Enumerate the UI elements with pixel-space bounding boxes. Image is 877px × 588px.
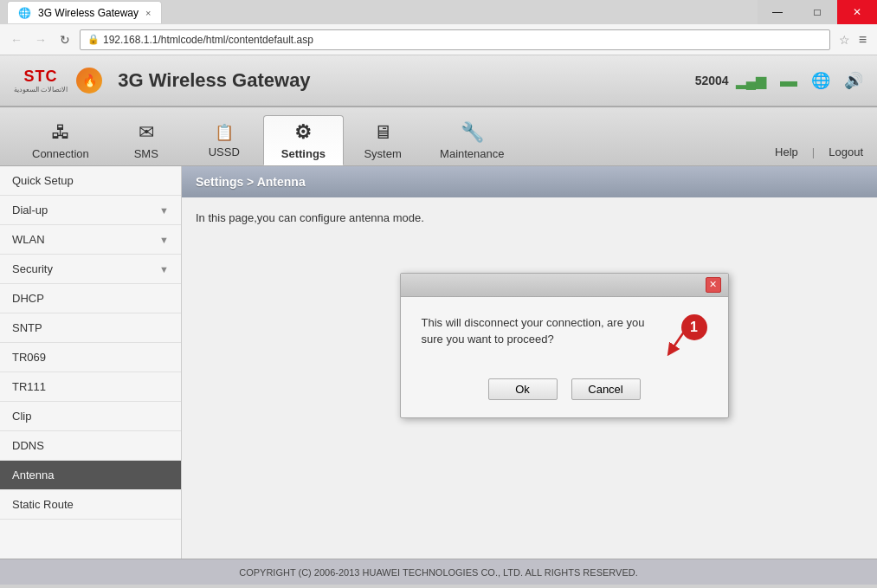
nav-separator: | xyxy=(812,145,815,158)
signal-bars-icon: ▂▄▆ xyxy=(736,73,766,89)
ussd-icon: 📋 xyxy=(215,123,234,142)
dialog-ok-button[interactable]: Ok xyxy=(488,378,558,400)
signal-number: 52004 xyxy=(695,74,729,87)
tab-sms[interactable]: ✉ SMS xyxy=(107,115,185,165)
sidebar-item-static-route[interactable]: Static Route xyxy=(0,490,181,520)
tab-connection[interactable]: 🖧 Connection xyxy=(14,115,107,165)
logo-area: STC الاتصالات السعودية 🔥 3G Wireless Gat… xyxy=(14,68,311,94)
sntp-label: SNTP xyxy=(12,321,42,334)
sidebar-item-antenna[interactable]: Antenna xyxy=(0,461,181,490)
tr069-label: TR069 xyxy=(12,351,46,364)
address-bar-url: 192.168.1.1/htmlcode/html/contentdefault… xyxy=(103,34,313,46)
dhcp-label: DHCP xyxy=(12,292,44,305)
maximize-button[interactable]: □ xyxy=(797,0,837,24)
dialog-close-button[interactable]: ✕ xyxy=(706,277,721,293)
sidebar-item-security[interactable]: Security ▼ xyxy=(0,255,181,284)
globe-icon: 🌐 xyxy=(811,71,830,90)
tab-close-btn[interactable]: × xyxy=(145,8,151,18)
tab-settings[interactable]: ⚙ Settings xyxy=(263,115,344,165)
bookmark-star-icon[interactable]: ☆ xyxy=(839,33,850,47)
connection-icon: 🖧 xyxy=(51,121,70,144)
sidebar-item-tr111[interactable]: TR111 xyxy=(0,372,181,402)
refresh-button[interactable]: ↻ xyxy=(55,30,74,49)
signal-info: 52004 ▂▄▆ xyxy=(695,73,766,89)
sidebar-item-sntp[interactable]: SNTP xyxy=(0,313,181,343)
dialog-cancel-button[interactable]: Cancel xyxy=(571,378,641,400)
tab-settings-label: Settings xyxy=(281,147,326,160)
tab-system-label: System xyxy=(364,147,401,160)
maintenance-icon: 🔧 xyxy=(461,121,484,144)
app-title: 3G Wireless Gateway xyxy=(118,69,310,92)
sidebar-item-clip[interactable]: Clip xyxy=(0,402,181,431)
dialup-label: Dial-up xyxy=(12,204,48,216)
browser-tab[interactable]: 🌐 3G Wireless Gateway × xyxy=(7,1,162,23)
back-button[interactable]: ← xyxy=(7,30,26,49)
tab-maintenance-label: Maintenance xyxy=(440,147,504,160)
sidebar-item-dialup[interactable]: Dial-up ▼ xyxy=(0,196,181,225)
quick-setup-label: Quick Setup xyxy=(12,174,74,187)
wlan-chevron-icon: ▼ xyxy=(159,235,169,245)
tab-ussd-label: USSD xyxy=(209,145,240,158)
battery-icon: ▬ xyxy=(780,71,797,91)
close-button[interactable]: ✕ xyxy=(837,0,877,24)
sidebar: Quick Setup Dial-up ▼ WLAN ▼ Security ▼ … xyxy=(0,166,182,559)
settings-icon: ⚙ xyxy=(294,121,312,144)
stc-logo-text: STC xyxy=(24,68,58,86)
dialog-titlebar: ✕ xyxy=(401,274,728,297)
security-label: Security xyxy=(12,262,53,275)
minimize-button[interactable]: — xyxy=(758,0,797,24)
browser-menu-icon[interactable]: ≡ xyxy=(855,32,870,48)
antenna-label: Antenna xyxy=(12,468,54,481)
tab-sms-label: SMS xyxy=(134,147,158,160)
annotation-circle: 1 xyxy=(681,314,707,340)
tab-maintenance[interactable]: 🔧 Maintenance xyxy=(422,115,522,165)
tab-icon: 🌐 xyxy=(18,7,31,19)
sidebar-item-tr069[interactable]: TR069 xyxy=(0,343,181,372)
sidebar-item-quick-setup[interactable]: Quick Setup xyxy=(0,166,181,196)
dialog-box: ✕ This will disconnect your connection, … xyxy=(400,273,729,418)
ddns-label: DDNS xyxy=(12,439,44,452)
dialup-chevron-icon: ▼ xyxy=(159,205,169,216)
tab-system[interactable]: 🖥 System xyxy=(344,115,422,165)
stc-logo-sub: الاتصالات السعودية xyxy=(14,86,68,94)
tab-ussd[interactable]: 📋 USSD xyxy=(185,115,263,165)
sidebar-item-dhcp[interactable]: DHCP xyxy=(0,284,181,313)
speaker-icon: 🔊 xyxy=(844,71,863,90)
sms-icon: ✉ xyxy=(139,121,154,144)
tr111-label: TR111 xyxy=(12,380,46,393)
clip-label: Clip xyxy=(12,410,31,423)
footer: COPYRIGHT (C) 2006-2013 HUAWEI TECHNOLOG… xyxy=(0,559,877,585)
forward-button[interactable]: → xyxy=(31,30,50,49)
sidebar-item-ddns[interactable]: DDNS xyxy=(0,431,181,461)
logo-flame-icon: 🔥 xyxy=(76,68,102,94)
content-area: Settings > Antenna In this page,you can … xyxy=(182,166,877,559)
system-icon: 🖥 xyxy=(373,121,392,144)
tab-connection-label: Connection xyxy=(32,147,89,160)
static-route-label: Static Route xyxy=(12,498,74,511)
dialog-message: This will disconnect your connection, ar… xyxy=(422,314,654,348)
logout-link[interactable]: Logout xyxy=(829,145,863,158)
dialog-annotation: 1 xyxy=(664,314,707,358)
tab-label: 3G Wireless Gateway xyxy=(38,7,139,19)
security-chevron-icon: ▼ xyxy=(159,264,169,275)
sidebar-item-wlan[interactable]: WLAN ▼ xyxy=(0,225,181,255)
help-link[interactable]: Help xyxy=(775,145,798,158)
dialog-overlay: ✕ This will disconnect your connection, … xyxy=(182,166,877,559)
address-bar-icon: 🔒 xyxy=(87,34,100,45)
copyright-text: COPYRIGHT (C) 2006-2013 HUAWEI TECHNOLOG… xyxy=(239,567,638,578)
wlan-label: WLAN xyxy=(12,233,45,246)
